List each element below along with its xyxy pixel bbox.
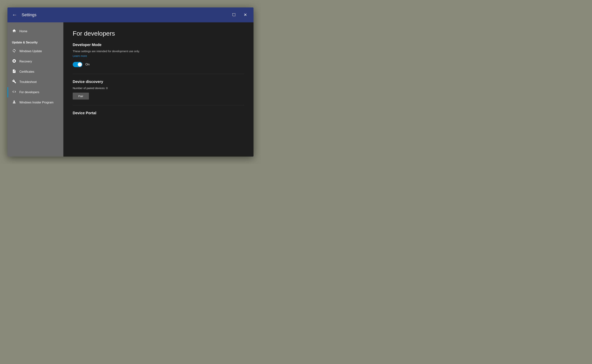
sidebar-item-troubleshoot[interactable]: Troubleshoot [7,77,63,87]
sidebar-item-certificates[interactable]: Certificates [7,66,63,77]
sidebar-troubleshoot-label: Troubleshoot [20,80,37,84]
developer-mode-toggle[interactable] [73,62,82,67]
sidebar-home-label: Home [20,30,27,33]
svg-rect-0 [233,13,235,16]
learn-more-link[interactable]: Learn more [73,54,244,57]
settings-window: ← Settings ✕ Home U [7,7,254,156]
titlebar: ← Settings ✕ [7,7,254,22]
sidebar-item-for-developers[interactable]: For developers [7,87,63,97]
developer-mode-description: These settings are intended for developm… [73,50,244,53]
sidebar-item-recovery[interactable]: Recovery [7,56,63,66]
close-button[interactable]: ✕ [241,11,249,19]
recovery-icon [12,59,16,64]
toggle-state-label: On [85,63,90,66]
home-icon [12,29,16,34]
device-portal-title: Device Portal [73,111,244,115]
device-discovery-title: Device discovery [73,80,244,84]
sidebar-item-windows-update[interactable]: Windows Update [7,46,63,56]
developer-mode-section: Developer Mode These settings are intend… [73,43,244,67]
toggle-knob [78,62,82,66]
window-title: Settings [22,13,230,17]
sidebar-certificates-label: Certificates [20,70,34,73]
windows-insider-icon [12,100,16,105]
for-developers-icon [12,90,16,95]
developer-mode-title: Developer Mode [73,43,244,47]
sidebar-windows-update-label: Windows Update [20,50,42,53]
device-portal-section: Device Portal [73,111,244,115]
paired-devices-count: Number of paired devices: 0 [73,86,244,90]
sidebar-item-home[interactable]: Home [7,26,63,36]
pair-button[interactable]: Pair [73,93,89,99]
certificates-icon [12,69,16,74]
sidebar-for-developers-label: For developers [20,91,39,94]
sidebar-windows-insider-label: Windows Insider Program [20,101,53,104]
main-content: For developers Developer Mode These sett… [63,22,254,156]
window-body: Home Update & Security Windows Update [7,22,254,156]
troubleshoot-icon [12,79,16,84]
page-title: For developers [73,30,244,37]
sidebar-recovery-label: Recovery [20,60,32,63]
sidebar: Home Update & Security Windows Update [7,22,63,156]
back-button[interactable]: ← [12,12,17,18]
developer-mode-toggle-row: On [73,62,244,67]
sidebar-section-label: Update & Security [7,38,63,46]
restore-button[interactable] [230,11,238,19]
device-discovery-section: Device discovery Number of paired device… [73,80,244,99]
window-controls: ✕ [230,11,249,19]
windows-update-icon [12,49,16,54]
sidebar-item-windows-insider[interactable]: Windows Insider Program [7,97,63,108]
